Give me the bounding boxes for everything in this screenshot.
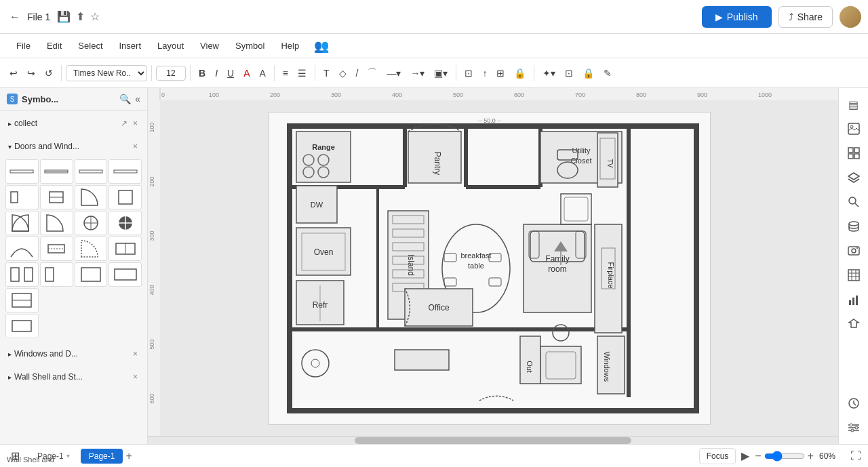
symbol-door-18[interactable] [40,262,73,287]
sidebar-section-collect-header[interactable]: ▸ collect ↗ × [3,113,144,134]
symbol-door-4[interactable] [108,159,142,184]
symbol-door-19[interactable] [75,262,108,287]
connector-button[interactable]: ⌒ [363,64,381,82]
reset-button[interactable]: ↺ [41,65,57,81]
stats-panel-btn[interactable] [843,289,865,310]
redo-button[interactable]: ↪ [23,65,39,81]
collab-icon[interactable]: 👥 [314,39,329,54]
zoom-in-button[interactable]: + [808,450,814,462]
symbol-door-14[interactable] [40,237,73,261]
windows-close-btn[interactable]: × [132,348,139,360]
symbol-door-12[interactable] [108,211,142,235]
add-page-button[interactable]: + [125,450,132,462]
ai-button[interactable]: ✦▾ [538,65,559,81]
play-btn[interactable]: ▶ [741,449,749,462]
textbox-button[interactable]: T [319,65,334,81]
settings-extra-btn[interactable] [843,417,865,439]
arrow-button[interactable]: →▾ [406,65,429,81]
back-button[interactable]: ← [7,8,23,26]
sidebar-section-wallshell-header[interactable]: ▸ Wall Shell and St... × [3,367,144,387]
publish-button[interactable]: ▶ Publish [702,6,772,28]
fullscreen-button[interactable]: ⛶ [850,450,861,462]
symbol-door-11[interactable] [75,211,108,235]
symbol-door-22[interactable] [5,314,39,338]
format-panel-btn[interactable]: ▤ [843,94,865,115]
save-icon[interactable]: 💾 [57,10,71,23]
menu-symbol[interactable]: Symbol [229,38,271,54]
underline-button[interactable]: U [223,65,238,81]
font-family-select[interactable]: Times New Ro... [66,65,147,81]
page-tab-dropdown[interactable]: ▾ [66,452,70,460]
symbol-door-21[interactable] [5,288,39,312]
sidebar-section-windows-header[interactable]: ▸ Windows and D... × [3,344,144,364]
list-button[interactable]: ☰ [294,65,311,81]
symbol-door-20[interactable] [108,262,142,287]
lock2-button[interactable]: 🔒 [578,65,598,81]
canvas-area[interactable]: 100 200 300 400 500 600 [148,100,838,436]
wallshell-close-btn[interactable]: × [132,371,139,383]
line-style-button[interactable]: —▾ [382,65,405,81]
avatar[interactable] [840,6,861,28]
shape-button[interactable]: ▣▾ [430,65,452,81]
floor-plan[interactable]: Range DW Pantry Utility [269,112,711,425]
size-button[interactable]: ⊞ [492,65,509,81]
format-text-button[interactable]: A [255,65,269,81]
search-panel-btn[interactable] [843,191,865,213]
share-button[interactable]: ⤴ Share [778,6,833,28]
symbol-door-2[interactable] [40,159,73,184]
undo-button[interactable]: ↩ [5,65,22,81]
zoom-out-button[interactable]: − [755,450,761,462]
menu-help[interactable]: Help [274,38,306,54]
star-icon[interactable]: ☆ [90,10,100,23]
sidebar-section-doors-header[interactable]: ▾ Doors and Wind... × [3,136,144,157]
menu-layout[interactable]: Layout [151,38,191,54]
db-panel-btn[interactable] [843,216,865,237]
font-color-button[interactable]: A [239,65,254,81]
zoom-slider[interactable] [764,451,805,462]
symbol-door-3[interactable] [75,159,108,184]
collect-close-btn[interactable]: × [132,117,139,129]
upload-icon[interactable]: ⬆ [76,10,85,23]
menu-insert[interactable]: Insert [113,38,149,54]
font-size-input[interactable] [156,66,186,81]
lock-button[interactable]: 🔒 [510,65,530,81]
sidebar-collapse-btn[interactable]: « [135,94,140,104]
doors-close-btn[interactable]: × [132,140,139,153]
scrollbar-thumb[interactable] [355,437,631,444]
menu-file[interactable]: File [9,38,37,54]
symbol-door-16[interactable] [108,237,142,261]
page-1-active-tab[interactable]: Page-1 [81,449,123,464]
symbol-door-1[interactable] [5,159,39,184]
menu-edit[interactable]: Edit [40,38,68,54]
sidebar-search-btn[interactable]: 🔍 [119,94,131,104]
history-panel-btn[interactable] [843,392,865,414]
shadow-button[interactable]: ⊡ [460,65,477,81]
crop-button[interactable]: ⊡ [561,65,577,81]
layers-panel-btn[interactable] [843,167,865,188]
front-button[interactable]: ↑ [478,65,491,81]
symbol-door-8[interactable] [108,185,142,209]
horizontal-scrollbar[interactable] [148,436,838,444]
symbol-door-13[interactable] [5,237,39,261]
symbol-door-15[interactable] [75,237,108,261]
symbol-door-7[interactable] [75,185,108,209]
line-button[interactable]: / [352,65,363,81]
grid-panel-btn[interactable] [843,142,865,164]
photo-panel-btn[interactable] [843,240,865,262]
symbol-door-17[interactable] [5,262,39,287]
bold-button[interactable]: B [195,65,210,81]
symbol-door-5[interactable] [5,185,39,209]
table-panel-btn[interactable] [843,264,865,286]
focus-button[interactable]: Focus [699,448,736,464]
transform-panel-btn[interactable] [843,313,865,335]
symbol-door-9[interactable] [5,211,39,235]
edit-button[interactable]: ✎ [599,65,616,81]
symbol-door-10[interactable] [40,211,73,235]
fill-button[interactable]: ◇ [335,65,351,81]
collect-external-btn[interactable]: ↗ [119,117,129,129]
symbol-door-6[interactable] [40,185,73,209]
image-panel-btn[interactable] [843,118,865,140]
align-button[interactable]: ≡ [279,65,292,81]
italic-button[interactable]: I [211,65,222,81]
menu-view[interactable]: View [193,38,226,54]
